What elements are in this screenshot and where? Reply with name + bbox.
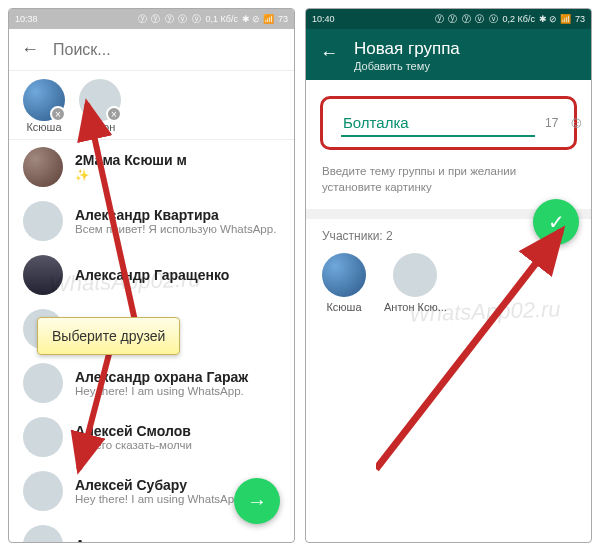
back-arrow-icon[interactable]: ←: [21, 39, 39, 60]
status-net: 0,2 Кб/с: [503, 14, 535, 24]
remove-icon[interactable]: ×: [106, 106, 122, 122]
avatar: [23, 201, 63, 241]
arrow-right-icon: →: [247, 490, 267, 513]
check-icon: ✓: [548, 210, 565, 234]
search-row: ←: [9, 29, 294, 71]
selected-contacts-row: × Ксюша × Антон: [9, 71, 294, 140]
avatar: ×: [23, 79, 65, 121]
emoji-icon[interactable]: ☺: [568, 114, 584, 132]
selected-chip[interactable]: × Ксюша: [23, 79, 65, 133]
selected-name: Антон: [85, 121, 116, 133]
status-icons: ⓨ ⓨ ⓨ ⓥ ⓥ: [435, 13, 499, 26]
status-battery: 73: [575, 14, 585, 24]
contact-row[interactable]: 2Мама Ксюши м✨: [9, 140, 294, 194]
avatar: [322, 253, 366, 297]
contact-row[interactable]: Александр КвартираВсем привет! Я использ…: [9, 194, 294, 248]
contact-row[interactable]: Александр охрана ГаражHey there! I am us…: [9, 356, 294, 410]
contact-status: Нечего сказать-молчи: [75, 439, 280, 451]
avatar: ×: [79, 79, 121, 121]
contact-name: Александр Квартира: [75, 207, 280, 223]
avatar: [393, 253, 437, 297]
char-count: 17: [545, 116, 558, 130]
status-time: 10:40: [312, 14, 335, 24]
status-net: 0,1 Кб/с: [206, 14, 238, 24]
selected-chip[interactable]: × Антон: [79, 79, 121, 133]
next-fab[interactable]: →: [234, 478, 280, 524]
back-arrow-icon[interactable]: ←: [320, 43, 338, 64]
subject-highlight: 17 ☺: [320, 96, 577, 150]
participant[interactable]: Антон Ксю...: [384, 253, 447, 313]
contact-status: Hey there! I am using WhatsApp.: [75, 385, 280, 397]
remove-icon[interactable]: ×: [50, 106, 66, 122]
avatar: [23, 363, 63, 403]
subject-section: 17 ☺: [306, 80, 591, 158]
header: ← Новая группа Добавить тему: [306, 29, 591, 80]
statusbar: 10:38 ⓨ ⓨ ⓨ ⓥ ⓥ 0,1 Кб/с ✱ ⊘ 📶 73: [9, 9, 294, 29]
confirm-fab[interactable]: ✓: [533, 199, 579, 245]
group-subject-input[interactable]: [341, 110, 535, 137]
contact-name: Александр Гаращенко: [75, 267, 280, 283]
avatar: [23, 471, 63, 511]
participant[interactable]: Ксюша: [322, 253, 366, 313]
contact-name: 2Мама Ксюши м: [75, 152, 280, 168]
status-icons: ⓨ ⓨ ⓨ ⓥ ⓥ: [138, 13, 202, 26]
status-battery: 73: [278, 14, 288, 24]
statusbar: 10:40 ⓨ ⓨ ⓨ ⓥ ⓥ 0,2 Кб/с ✱ ⊘ 📶 73: [306, 9, 591, 29]
participant-name: Ксюша: [326, 301, 361, 313]
phone-right: 10:40 ⓨ ⓨ ⓨ ⓥ ⓥ 0,2 Кб/с ✱ ⊘ 📶 73 ← Нова…: [305, 8, 592, 543]
avatar: [23, 417, 63, 457]
contact-status: ✨: [75, 168, 280, 182]
participants-row: Ксюша Антон Ксю...: [306, 249, 591, 323]
contact-name: Александр охрана Гараж: [75, 369, 280, 385]
avatar: [23, 525, 63, 542]
contact-row[interactable]: Алексей СмоловНечего сказать-молчи: [9, 410, 294, 464]
phone-left: 10:38 ⓨ ⓨ ⓨ ⓥ ⓥ 0,1 Кб/с ✱ ⊘ 📶 73 ← × Кс…: [8, 8, 295, 543]
selected-name: Ксюша: [26, 121, 61, 133]
contact-name: Алена: [75, 537, 280, 542]
annotation-callout: Выберите друзей: [37, 317, 180, 355]
status-signal: ✱ ⊘ 📶: [242, 14, 274, 24]
status-time: 10:38: [15, 14, 38, 24]
contact-status: Всем привет! Я использую WhatsApp.: [75, 223, 280, 235]
avatar: [23, 255, 63, 295]
avatar: [23, 147, 63, 187]
callout-text: Выберите друзей: [37, 317, 180, 355]
header-subtitle: Добавить тему: [354, 60, 460, 72]
contact-row[interactable]: Александр Гаращенко: [9, 248, 294, 302]
participant-name: Антон Ксю...: [384, 301, 447, 313]
search-input[interactable]: [53, 41, 282, 59]
status-signal: ✱ ⊘ 📶: [539, 14, 571, 24]
header-title: Новая группа: [354, 39, 460, 59]
contact-name: Алексей Смолов: [75, 423, 280, 439]
